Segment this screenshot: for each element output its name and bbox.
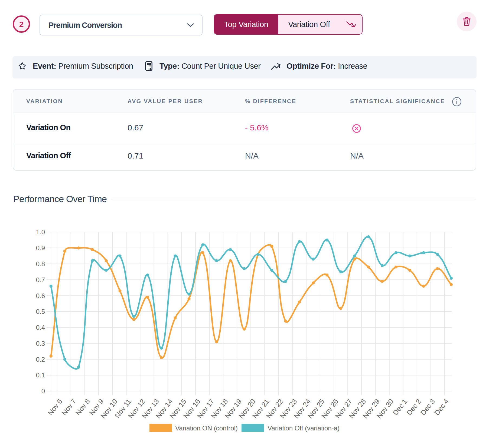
svg-text:Dec 4: Dec 4: [433, 397, 450, 417]
svg-text:1.0: 1.0: [36, 228, 45, 236]
svg-text:0.1: 0.1: [36, 371, 45, 379]
svg-text:0.6: 0.6: [36, 292, 45, 299]
svg-text:Variation Off (variation-a): Variation Off (variation-a): [268, 424, 340, 432]
svg-text:0.3: 0.3: [36, 340, 45, 347]
svg-text:0.9: 0.9: [36, 244, 45, 252]
svg-text:Dec 2: Dec 2: [405, 397, 423, 417]
svg-text:0.8: 0.8: [36, 260, 45, 268]
svg-text:Dec 1: Dec 1: [391, 397, 409, 417]
svg-text:Nov 8: Nov 8: [74, 397, 91, 417]
svg-text:0.2: 0.2: [36, 356, 45, 363]
svg-text:Dec 3: Dec 3: [419, 397, 436, 417]
svg-text:0.7: 0.7: [36, 276, 45, 284]
svg-text:0.5: 0.5: [36, 308, 45, 315]
svg-text:0: 0: [41, 387, 45, 395]
svg-text:Nov 7: Nov 7: [60, 397, 78, 417]
svg-text:Nov 6: Nov 6: [46, 397, 64, 417]
svg-text:Variation ON (control): Variation ON (control): [175, 424, 238, 432]
svg-text:0.4: 0.4: [36, 324, 45, 331]
